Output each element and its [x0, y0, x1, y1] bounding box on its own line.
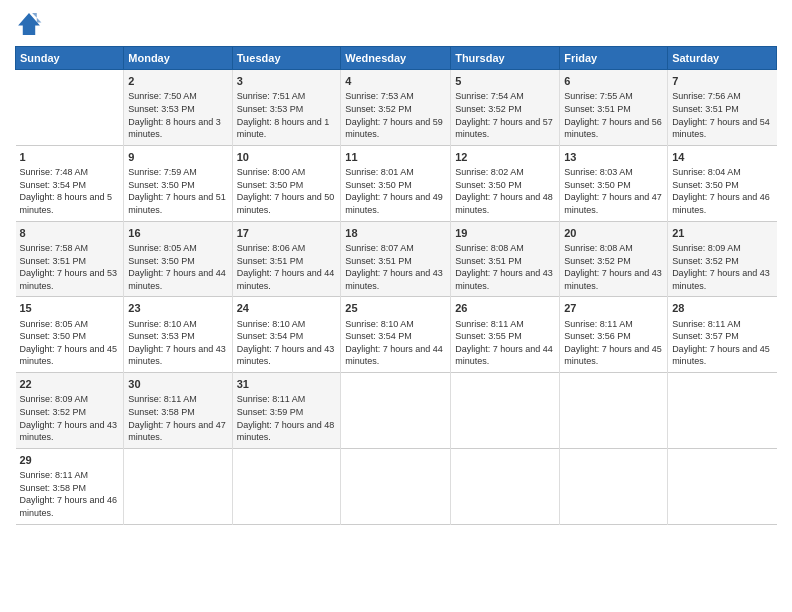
sunrise-label: Sunrise: 8:07 AM: [345, 243, 414, 253]
sunrise-label: Sunrise: 8:11 AM: [237, 394, 306, 404]
calendar-cell: 6Sunrise: 7:55 AMSunset: 3:51 PMDaylight…: [560, 70, 668, 146]
sunrise-label: Sunrise: 8:08 AM: [455, 243, 524, 253]
sunset-label: Sunset: 3:52 PM: [672, 256, 739, 266]
sunset-label: Sunset: 3:52 PM: [20, 407, 87, 417]
daylight-label: Daylight: 7 hours and 49 minutes.: [345, 192, 443, 215]
sunset-label: Sunset: 3:50 PM: [455, 180, 522, 190]
calendar-cell: 11Sunrise: 8:01 AMSunset: 3:50 PMDayligh…: [341, 145, 451, 221]
day-number: 19: [455, 226, 555, 241]
calendar-cell: 24Sunrise: 8:10 AMSunset: 3:54 PMDayligh…: [232, 297, 341, 373]
sunset-label: Sunset: 3:50 PM: [128, 180, 195, 190]
sunrise-label: Sunrise: 8:10 AM: [237, 319, 306, 329]
sunrise-label: Sunrise: 8:04 AM: [672, 167, 741, 177]
calendar-cell: 23Sunrise: 8:10 AMSunset: 3:53 PMDayligh…: [124, 297, 232, 373]
col-header-tuesday: Tuesday: [232, 47, 341, 70]
calendar-cell: [16, 70, 124, 146]
calendar-cell: 27Sunrise: 8:11 AMSunset: 3:56 PMDayligh…: [560, 297, 668, 373]
calendar-cell: [124, 448, 232, 524]
calendar-cell: 8Sunrise: 7:58 AMSunset: 3:51 PMDaylight…: [16, 221, 124, 297]
day-number: 2: [128, 74, 227, 89]
day-number: 7: [672, 74, 772, 89]
week-row-4: 22Sunrise: 8:09 AMSunset: 3:52 PMDayligh…: [16, 373, 777, 449]
calendar-cell: [560, 448, 668, 524]
daylight-label: Daylight: 7 hours and 44 minutes.: [237, 268, 335, 291]
daylight-label: Daylight: 7 hours and 43 minutes.: [672, 268, 770, 291]
calendar-cell: 1Sunrise: 7:48 AMSunset: 3:54 PMDaylight…: [16, 145, 124, 221]
day-number: 16: [128, 226, 227, 241]
sunrise-label: Sunrise: 8:10 AM: [128, 319, 197, 329]
sunset-label: Sunset: 3:51 PM: [455, 256, 522, 266]
calendar-cell: 30Sunrise: 8:11 AMSunset: 3:58 PMDayligh…: [124, 373, 232, 449]
daylight-label: Daylight: 7 hours and 50 minutes.: [237, 192, 335, 215]
daylight-label: Daylight: 7 hours and 59 minutes.: [345, 117, 443, 140]
sunset-label: Sunset: 3:54 PM: [237, 331, 304, 341]
sunrise-label: Sunrise: 7:55 AM: [564, 91, 633, 101]
sunset-label: Sunset: 3:53 PM: [128, 104, 195, 114]
sunset-label: Sunset: 3:50 PM: [345, 180, 412, 190]
day-number: 23: [128, 301, 227, 316]
day-number: 24: [237, 301, 337, 316]
calendar-cell: 25Sunrise: 8:10 AMSunset: 3:54 PMDayligh…: [341, 297, 451, 373]
sunrise-label: Sunrise: 8:11 AM: [455, 319, 524, 329]
daylight-label: Daylight: 7 hours and 43 minutes.: [128, 344, 226, 367]
daylight-label: Daylight: 7 hours and 48 minutes.: [237, 420, 335, 443]
day-number: 6: [564, 74, 663, 89]
calendar-cell: [560, 373, 668, 449]
calendar-cell: [341, 448, 451, 524]
col-header-sunday: Sunday: [16, 47, 124, 70]
daylight-label: Daylight: 7 hours and 45 minutes.: [564, 344, 662, 367]
calendar-cell: 4Sunrise: 7:53 AMSunset: 3:52 PMDaylight…: [341, 70, 451, 146]
calendar-cell: 20Sunrise: 8:08 AMSunset: 3:52 PMDayligh…: [560, 221, 668, 297]
calendar-cell: [451, 373, 560, 449]
daylight-label: Daylight: 8 hours and 3 minutes.: [128, 117, 221, 140]
sunset-label: Sunset: 3:52 PM: [564, 256, 631, 266]
day-number: 9: [128, 150, 227, 165]
daylight-label: Daylight: 7 hours and 45 minutes.: [672, 344, 770, 367]
sunset-label: Sunset: 3:51 PM: [564, 104, 631, 114]
week-row-0: 2Sunrise: 7:50 AMSunset: 3:53 PMDaylight…: [16, 70, 777, 146]
calendar-cell: [668, 373, 777, 449]
sunrise-label: Sunrise: 7:53 AM: [345, 91, 414, 101]
calendar-cell: 13Sunrise: 8:03 AMSunset: 3:50 PMDayligh…: [560, 145, 668, 221]
day-number: 13: [564, 150, 663, 165]
week-row-1: 1Sunrise: 7:48 AMSunset: 3:54 PMDaylight…: [16, 145, 777, 221]
sunrise-label: Sunrise: 8:09 AM: [672, 243, 741, 253]
sunset-label: Sunset: 3:56 PM: [564, 331, 631, 341]
calendar-cell: 16Sunrise: 8:05 AMSunset: 3:50 PMDayligh…: [124, 221, 232, 297]
daylight-label: Daylight: 7 hours and 43 minutes.: [455, 268, 553, 291]
calendar-cell: 7Sunrise: 7:56 AMSunset: 3:51 PMDaylight…: [668, 70, 777, 146]
day-number: 29: [20, 453, 120, 468]
sunset-label: Sunset: 3:53 PM: [128, 331, 195, 341]
calendar-cell: 22Sunrise: 8:09 AMSunset: 3:52 PMDayligh…: [16, 373, 124, 449]
calendar-cell: 19Sunrise: 8:08 AMSunset: 3:51 PMDayligh…: [451, 221, 560, 297]
logo: [15, 10, 47, 38]
day-number: 30: [128, 377, 227, 392]
daylight-label: Daylight: 7 hours and 48 minutes.: [455, 192, 553, 215]
week-row-2: 8Sunrise: 7:58 AMSunset: 3:51 PMDaylight…: [16, 221, 777, 297]
daylight-label: Daylight: 7 hours and 43 minutes.: [237, 344, 335, 367]
calendar-cell: 28Sunrise: 8:11 AMSunset: 3:57 PMDayligh…: [668, 297, 777, 373]
daylight-label: Daylight: 7 hours and 51 minutes.: [128, 192, 226, 215]
daylight-label: Daylight: 7 hours and 43 minutes.: [564, 268, 662, 291]
sunrise-label: Sunrise: 8:11 AM: [128, 394, 197, 404]
calendar-table: SundayMondayTuesdayWednesdayThursdayFrid…: [15, 46, 777, 525]
daylight-label: Daylight: 7 hours and 57 minutes.: [455, 117, 553, 140]
sunrise-label: Sunrise: 7:54 AM: [455, 91, 524, 101]
daylight-label: Daylight: 7 hours and 46 minutes.: [20, 495, 118, 518]
sunset-label: Sunset: 3:57 PM: [672, 331, 739, 341]
sunrise-label: Sunrise: 8:09 AM: [20, 394, 89, 404]
day-number: 20: [564, 226, 663, 241]
sunset-label: Sunset: 3:51 PM: [345, 256, 412, 266]
calendar-cell: 14Sunrise: 8:04 AMSunset: 3:50 PMDayligh…: [668, 145, 777, 221]
day-number: 17: [237, 226, 337, 241]
daylight-label: Daylight: 7 hours and 53 minutes.: [20, 268, 118, 291]
calendar-cell: [232, 448, 341, 524]
sunset-label: Sunset: 3:50 PM: [237, 180, 304, 190]
day-number: 10: [237, 150, 337, 165]
sunset-label: Sunset: 3:50 PM: [128, 256, 195, 266]
daylight-label: Daylight: 7 hours and 47 minutes.: [128, 420, 226, 443]
daylight-label: Daylight: 7 hours and 47 minutes.: [564, 192, 662, 215]
daylight-label: Daylight: 7 hours and 46 minutes.: [672, 192, 770, 215]
col-header-monday: Monday: [124, 47, 232, 70]
sunset-label: Sunset: 3:59 PM: [237, 407, 304, 417]
